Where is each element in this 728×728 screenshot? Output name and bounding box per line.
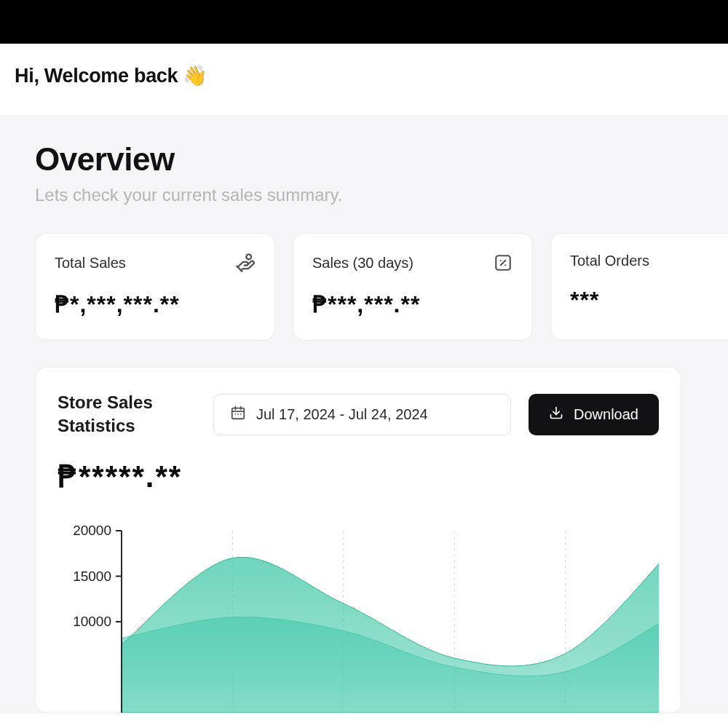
card-total-sales: Total Sales ₱*,***,***.** <box>35 233 275 341</box>
svg-text:10000: 10000 <box>73 614 111 629</box>
download-button-label: Download <box>574 406 638 423</box>
card-header: Sales (30 days) <box>312 253 513 273</box>
chart-toolbar: Store Sales Statistics Jul 17, 2024 - Ju… <box>58 391 659 438</box>
svg-text:20000: 20000 <box>73 523 111 538</box>
date-range-text: Jul 17, 2024 - Jul 24, 2024 <box>256 406 428 423</box>
card-header: Total Sales <box>55 253 256 273</box>
stat-cards-row: Total Sales ₱*,***,***.** Sales (30 days… <box>35 233 728 341</box>
card-label: Total Orders <box>570 253 649 269</box>
card-total-orders: Total Orders *** <box>550 233 728 341</box>
card-header: Total Orders <box>570 253 727 269</box>
coins-icon <box>235 253 256 273</box>
svg-rect-2 <box>232 408 245 419</box>
card-value: ₱***,***.** <box>312 290 513 318</box>
card-value: ₱*,***,***.** <box>55 290 256 318</box>
overview-title: Overview <box>35 141 728 178</box>
chart-card: Store Sales Statistics Jul 17, 2024 - Ju… <box>35 367 681 713</box>
card-value: *** <box>570 287 727 314</box>
card-sales-30-days: Sales (30 days) ₱***,***.** <box>293 233 533 341</box>
content-area: Overview Lets check your current sales s… <box>0 115 728 713</box>
top-bar <box>0 0 728 44</box>
card-label: Total Sales <box>55 255 126 272</box>
card-label: Sales (30 days) <box>312 255 414 272</box>
greeting-text: Hi, Welcome back 👋 <box>15 64 713 87</box>
download-icon <box>549 405 563 424</box>
date-range-picker[interactable]: Jul 17, 2024 - Jul 24, 2024 <box>213 394 511 435</box>
svg-text:15000: 15000 <box>73 568 111 583</box>
chart-title: Store Sales Statistics <box>58 391 196 438</box>
calendar-icon <box>230 405 246 424</box>
sales-area-chart: 100001500020000 <box>58 523 659 713</box>
greeting-bar: Hi, Welcome back 👋 <box>0 44 728 115</box>
overview-subtitle: Lets check your current sales summary. <box>35 185 728 205</box>
percent-icon <box>493 253 513 273</box>
svg-point-0 <box>246 254 251 259</box>
download-button[interactable]: Download <box>529 394 659 435</box>
chart-summary-value: ₱*****.** <box>58 459 659 494</box>
